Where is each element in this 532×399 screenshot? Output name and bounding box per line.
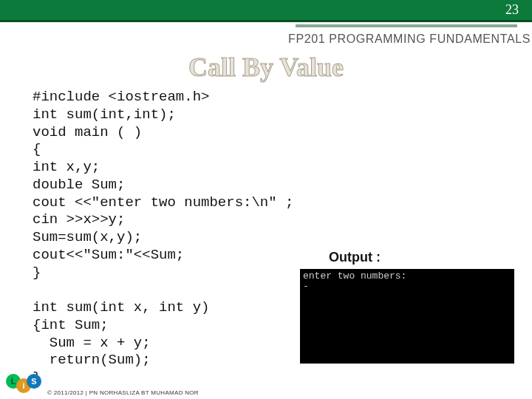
divider-line: [296, 24, 517, 27]
top-bar: 23: [0, 0, 532, 22]
output-label: Output :: [329, 250, 381, 265]
console-output: enter two numbers: -: [300, 269, 514, 364]
copyright-text: © 2011/2012 | PN NORHASLIZA BT MUHAMAD N…: [47, 389, 199, 398]
logo-circle-3: S: [27, 374, 41, 389]
content-area: #include <iostream.h> int sum(int,int); …: [0, 89, 532, 387]
slide-title: Call By Value: [0, 52, 532, 83]
logo: L i S: [6, 374, 41, 398]
slide-number: 23: [505, 2, 519, 18]
footer: L i S © 2011/2012 | PN NORHASLIZA BT MUH…: [6, 374, 199, 398]
